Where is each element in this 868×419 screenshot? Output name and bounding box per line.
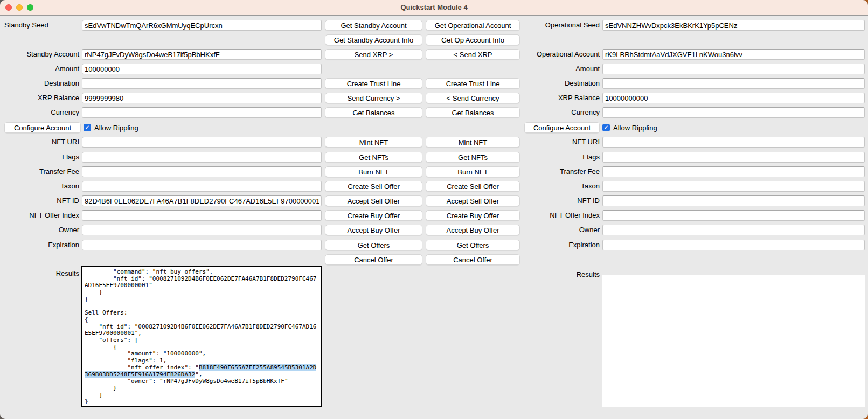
op-transfer-fee-input[interactable] (602, 166, 865, 177)
standby-create-sell-offer-button[interactable]: Create Sell Offer (325, 181, 422, 192)
op-results-label: Results (520, 269, 600, 280)
results-text-before-selection: "command": "nft_buy_offers", "nft_id": "… (85, 268, 316, 371)
standby-taxon-label: Taxon (0, 181, 79, 192)
op-xrp-balance-input[interactable] (602, 93, 865, 103)
get-op-account-info-button[interactable]: Get Op Account Info (426, 34, 520, 45)
standby-currency-label: Currency (0, 107, 79, 118)
get-operational-account-button[interactable]: Get Operational Account (426, 20, 520, 31)
op-destination-label: Destination (520, 78, 600, 89)
checkbox-check-icon: ✓ (85, 124, 89, 131)
standby-configure-account-button[interactable]: Configure Account (4, 122, 81, 133)
op-nft-offer-index-input[interactable] (602, 210, 865, 221)
op-mint-nft-button[interactable]: Mint NFT (426, 137, 520, 148)
window-title: Quickstart Module 4 (0, 0, 868, 15)
standby-transfer-fee-label: Transfer Fee (0, 166, 79, 177)
op-allow-rippling: ✓ Allow Rippling (602, 122, 657, 133)
op-configure-account-button[interactable]: Configure Account (524, 122, 600, 133)
standby-nft-offer-index-label: NFT Offer Index (0, 210, 79, 221)
standby-get-offers-button[interactable]: Get Offers (325, 240, 422, 250)
op-accept-buy-offer-button[interactable]: Accept Buy Offer (426, 225, 520, 235)
op-burn-nft-button[interactable]: Burn NFT (426, 166, 520, 177)
app-window: Quickstart Module 4 Standby Seed Standby… (0, 0, 868, 419)
standby-account-input[interactable] (82, 49, 322, 60)
standby-taxon-input[interactable] (82, 181, 322, 192)
op-destination-input[interactable] (602, 78, 865, 89)
standby-owner-label: Owner (0, 225, 79, 235)
standby-xrp-balance-label: XRP Balance (0, 93, 79, 103)
op-get-nfts-button[interactable]: Get NFTs (426, 152, 520, 163)
standby-account-label: Standby Account (0, 49, 79, 60)
op-nft-id-input[interactable] (602, 195, 865, 206)
op-account-input[interactable] (602, 49, 865, 60)
op-xrp-balance-label: XRP Balance (520, 93, 600, 103)
standby-expiration-label: Expiration (0, 240, 79, 250)
standby-allow-rippling-label: Allow Rippling (94, 124, 138, 132)
standby-nft-uri-input[interactable] (82, 137, 322, 148)
op-taxon-label: Taxon (520, 181, 600, 192)
op-expiration-input[interactable] (602, 240, 865, 250)
op-send-currency-button[interactable]: < Send Currency (426, 93, 520, 103)
checkbox-check-icon: ✓ (604, 124, 608, 131)
op-taxon-input[interactable] (602, 181, 865, 192)
standby-nft-offer-index-input[interactable] (82, 210, 322, 221)
op-seed-input[interactable] (602, 20, 865, 31)
op-create-sell-offer-button[interactable]: Create Sell Offer (426, 181, 520, 192)
op-flags-label: Flags (520, 152, 600, 163)
op-cancel-offer-button[interactable]: Cancel Offer (426, 254, 520, 265)
op-flags-input[interactable] (602, 152, 865, 163)
op-owner-label: Owner (520, 225, 600, 235)
op-account-label: Operational Account (520, 49, 600, 60)
op-nft-offer-index-label: NFT Offer Index (520, 210, 600, 221)
standby-accept-buy-offer-button[interactable]: Accept Buy Offer (325, 225, 422, 235)
standby-nft-uri-label: NFT URI (0, 137, 79, 148)
op-results-text (602, 275, 865, 278)
op-currency-label: Currency (520, 107, 600, 118)
op-get-offers-button[interactable]: Get Offers (426, 240, 520, 250)
standby-cancel-offer-button[interactable]: Cancel Offer (325, 254, 422, 265)
standby-mint-nft-button[interactable]: Mint NFT (325, 137, 422, 148)
get-standby-account-button[interactable]: Get Standby Account (325, 20, 422, 31)
op-send-xrp-button[interactable]: < Send XRP (426, 49, 520, 60)
standby-create-trust-line-button[interactable]: Create Trust Line (325, 78, 422, 89)
op-accept-sell-offer-button[interactable]: Accept Sell Offer (426, 195, 520, 206)
standby-allow-rippling-checkbox[interactable]: ✓ (84, 124, 91, 131)
standby-results-text: "command": "nft_buy_offers", "nft_id": "… (82, 267, 321, 407)
op-transfer-fee-label: Transfer Fee (520, 166, 600, 177)
standby-create-buy-offer-button[interactable]: Create Buy Offer (325, 210, 422, 221)
standby-results-label: Results (0, 268, 79, 279)
op-owner-input[interactable] (602, 225, 865, 235)
op-nft-uri-label: NFT URI (520, 137, 600, 148)
op-results-textarea[interactable] (602, 275, 865, 407)
op-expiration-label: Expiration (520, 240, 600, 250)
op-currency-input[interactable] (602, 107, 865, 118)
standby-send-currency-button[interactable]: Send Currency > (325, 93, 422, 103)
op-get-balances-button[interactable]: Get Balances (426, 107, 520, 118)
op-create-buy-offer-button[interactable]: Create Buy Offer (426, 210, 520, 221)
op-nft-uri-input[interactable] (602, 137, 865, 148)
standby-send-xrp-button[interactable]: Send XRP > (325, 49, 422, 60)
op-create-trust-line-button[interactable]: Create Trust Line (426, 78, 520, 89)
op-amount-input[interactable] (602, 64, 865, 74)
standby-destination-input[interactable] (82, 78, 322, 89)
standby-seed-input[interactable] (82, 20, 322, 31)
standby-get-balances-button[interactable]: Get Balances (325, 107, 422, 118)
op-seed-label: Operational Seed (520, 20, 600, 31)
op-allow-rippling-label: Allow Rippling (613, 124, 657, 132)
op-amount-label: Amount (520, 64, 600, 74)
standby-xrp-balance-input[interactable] (82, 93, 322, 103)
standby-get-nfts-button[interactable]: Get NFTs (325, 152, 422, 163)
standby-expiration-input[interactable] (82, 240, 322, 250)
standby-results-textarea[interactable]: "command": "nft_buy_offers", "nft_id": "… (81, 266, 322, 407)
standby-nft-id-input[interactable] (82, 195, 322, 206)
op-allow-rippling-checkbox[interactable]: ✓ (602, 124, 610, 131)
standby-owner-input[interactable] (82, 225, 322, 235)
standby-amount-input[interactable] (82, 64, 322, 74)
get-standby-account-info-button[interactable]: Get Standby Account Info (325, 34, 422, 45)
standby-burn-nft-button[interactable]: Burn NFT (325, 166, 422, 177)
standby-nft-id-label: NFT ID (0, 195, 79, 206)
standby-accept-sell-offer-button[interactable]: Accept Sell Offer (325, 195, 422, 206)
standby-flags-input[interactable] (82, 152, 322, 163)
standby-seed-label: Standby Seed (0, 20, 79, 31)
standby-transfer-fee-input[interactable] (82, 166, 322, 177)
standby-currency-input[interactable] (82, 107, 322, 118)
